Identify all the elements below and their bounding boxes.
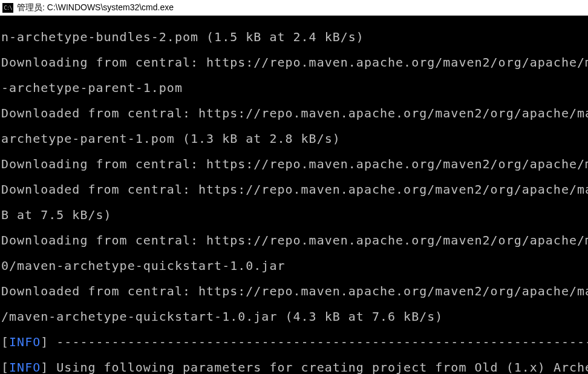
info-line: [INFO] ---------------------------------… — [1, 336, 587, 349]
window-title: 管理员: C:\WINDOWS\system32\cmd.exe — [17, 2, 174, 13]
output-line: Downloaded from central: https://repo.ma… — [1, 183, 587, 196]
info-line: [INFO] Using following parameters for cr… — [1, 361, 587, 374]
output-line: Downloaded from central: https://repo.ma… — [1, 285, 587, 298]
output-line: B at 7.5 kB/s) — [1, 209, 587, 221]
output-line: n-archetype-bundles-2.pom (1.5 kB at 2.4… — [1, 31, 587, 44]
output-line: -archetype-parent-1.pom — [1, 82, 587, 94]
window-titlebar[interactable]: C:\ 管理员: C:\WINDOWS\system32\cmd.exe — [0, 0, 588, 16]
output-line: /maven-archetype-quickstart-1.0.jar (4.3… — [1, 310, 587, 323]
output-line: 0/maven-archetype-quickstart-1.0.jar — [1, 260, 587, 272]
output-line: Downloading from central: https://repo.m… — [1, 234, 587, 247]
output-line: archetype-parent-1.pom (1.3 kB at 2.8 kB… — [1, 133, 587, 145]
cmd-icon: C:\ — [2, 3, 13, 13]
output-line: Downloading from central: https://repo.m… — [1, 56, 587, 69]
output-line: Downloaded from central: https://repo.ma… — [1, 107, 587, 120]
terminal-output[interactable]: n-archetype-bundles-2.pom (1.5 kB at 2.4… — [0, 16, 588, 374]
output-line: Downloading from central: https://repo.m… — [1, 158, 587, 171]
